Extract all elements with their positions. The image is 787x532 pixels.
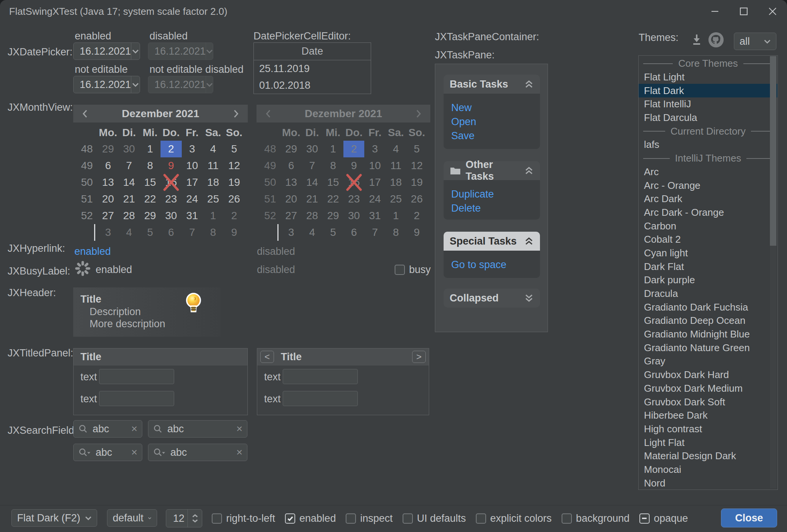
task-link[interactable]: Save	[451, 130, 532, 144]
theme-list-item[interactable]: lafs	[639, 138, 778, 152]
day-cell[interactable]: 24	[182, 191, 203, 207]
datepicker-dropdown-button[interactable]	[131, 76, 140, 93]
day-cell[interactable]: 5	[140, 224, 161, 241]
theme-list-item[interactable]: Nord	[639, 476, 778, 490]
search-field-with-menu[interactable]: abc ×	[148, 444, 247, 461]
prev-month-button[interactable]	[79, 107, 91, 120]
spinner-buttons[interactable]	[187, 510, 202, 527]
day-cell[interactable]: 5	[224, 141, 244, 157]
day-cell[interactable]: 20	[98, 191, 118, 207]
theme-list-item[interactable]: Arc - Orange	[639, 179, 778, 192]
taskpane-title[interactable]: Special Tasks	[444, 232, 540, 251]
theme-list-item[interactable]: Gradianto Nature Green	[639, 341, 778, 355]
theme-list-item[interactable]: Flat IntelliJ	[639, 97, 778, 111]
theme-list-item[interactable]: Flat Dark	[639, 84, 778, 97]
table-column-header[interactable]: Date	[254, 43, 371, 60]
day-cell[interactable]: 28	[118, 207, 139, 224]
theme-list-item[interactable]: Hiberbee Dark	[639, 409, 778, 422]
download-themes-button[interactable]	[689, 32, 704, 47]
font-size-spinner[interactable]: 12	[166, 509, 202, 527]
day-cell[interactable]: 16	[161, 174, 181, 191]
day-cell[interactable]: 17	[182, 174, 203, 191]
day-cell[interactable]: 4	[118, 224, 139, 241]
checkbox-right-to-left[interactable]: right-to-left	[212, 513, 275, 524]
search-value[interactable]: abc	[167, 423, 236, 435]
text-input[interactable]	[99, 391, 174, 406]
taskpane-title[interactable]: Other Tasks	[444, 161, 540, 180]
day-cell[interactable]: 2	[161, 141, 181, 157]
close-window-button[interactable]	[758, 0, 787, 23]
github-button[interactable]	[707, 31, 725, 49]
day-cell[interactable]: 21	[118, 191, 139, 207]
day-cell[interactable]: 1	[203, 207, 224, 224]
day-cell[interactable]: 12	[224, 157, 244, 174]
text-input[interactable]	[99, 369, 174, 384]
busy-checkbox[interactable]: busy	[395, 264, 431, 276]
day-cell[interactable]: 2	[224, 207, 244, 224]
theme-list-item[interactable]: Carbon	[639, 219, 778, 233]
datepicker-value[interactable]: 16.12.2021	[74, 46, 131, 57]
day-cell[interactable]: 9	[224, 224, 244, 241]
day-cell[interactable]: 3	[98, 224, 118, 241]
datepicker-enabled[interactable]: 16.12.2021	[73, 42, 140, 60]
theme-list-item[interactable]: Arc Dark - Orange	[639, 206, 778, 220]
clear-search-icon[interactable]: ×	[131, 423, 137, 435]
day-cell[interactable]: 30	[118, 141, 139, 157]
day-cell[interactable]: 22	[140, 191, 161, 207]
close-button[interactable]: Close	[721, 508, 777, 527]
table-row[interactable]: 25.11.2019	[254, 60, 371, 77]
theme-list-item[interactable]: Material Design Dark	[639, 449, 778, 463]
day-cell[interactable]: 14	[118, 174, 139, 191]
checkbox-opaque[interactable]: opaque	[639, 513, 688, 524]
day-cell[interactable]: 30	[161, 207, 181, 224]
datepicker-not-editable[interactable]: 16.12.2021	[73, 76, 140, 93]
theme-list-item[interactable]: Dracula	[639, 287, 778, 301]
search-field-with-menu[interactable]: abc ×	[73, 444, 142, 461]
task-link[interactable]: Open	[451, 116, 532, 130]
laf-combo[interactable]: Flat Dark (F2)	[11, 509, 97, 527]
theme-list-item[interactable]: Gruvbox Dark Medium	[639, 382, 778, 395]
search-value[interactable]: abc	[93, 423, 131, 435]
day-cell[interactable]: 6	[161, 224, 181, 241]
day-cell[interactable]: 29	[98, 141, 118, 157]
day-cell[interactable]: 4	[203, 141, 224, 157]
options-combo[interactable]: default	[107, 509, 157, 527]
day-cell[interactable]: 10	[182, 157, 203, 174]
task-link[interactable]: Delete	[451, 202, 532, 217]
theme-list-item[interactable]: Gradianto Dark Fuchsia	[639, 300, 778, 314]
checkbox-background[interactable]: background	[562, 513, 630, 524]
checkbox-enabled[interactable]: enabled	[285, 513, 336, 524]
theme-list-item[interactable]: Gradianto Deep Ocean	[639, 314, 778, 328]
search-field[interactable]: abc ×	[148, 420, 247, 438]
clear-search-icon[interactable]: ×	[131, 446, 137, 458]
hyperlink-enabled[interactable]: enabled	[74, 246, 111, 257]
title-right-arrow-button[interactable]: >	[412, 351, 426, 363]
next-month-button[interactable]	[230, 107, 242, 120]
day-cell[interactable]: 1	[140, 141, 161, 157]
checkbox-explicit-colors[interactable]: explicit colors	[476, 513, 552, 524]
checkbox-ui-defaults[interactable]: UI defaults	[403, 513, 466, 524]
text-input[interactable]	[283, 369, 358, 384]
theme-list-item[interactable]: Cobalt 2	[639, 233, 778, 246]
clear-search-icon[interactable]: ×	[236, 423, 242, 435]
datepicker-dropdown-button[interactable]	[131, 43, 140, 60]
day-cell[interactable]: 19	[224, 174, 244, 191]
theme-list-item[interactable]: Gruvbox Dark Hard	[639, 368, 778, 382]
day-cell[interactable]: 6	[98, 157, 118, 174]
day-cell[interactable]: 27	[98, 207, 118, 224]
day-cell[interactable]: 25	[203, 191, 224, 207]
spinner-value[interactable]: 12	[166, 513, 187, 524]
day-cell[interactable]: 18	[203, 174, 224, 191]
theme-list-item[interactable]: Flat Darcula	[639, 111, 778, 125]
theme-list-item[interactable]: Monocai	[639, 463, 778, 477]
theme-list-item[interactable]: Dark purple	[639, 273, 778, 287]
theme-list-item[interactable]: Light Flat	[639, 436, 778, 449]
scrollbar-track[interactable]	[770, 56, 776, 488]
day-cell[interactable]: 7	[118, 157, 139, 174]
text-input[interactable]	[283, 391, 358, 406]
taskpane-title[interactable]: Basic Tasks	[444, 75, 540, 94]
day-cell[interactable]: 8	[140, 157, 161, 174]
day-cell[interactable]: 26	[224, 191, 244, 207]
minimize-button[interactable]	[700, 0, 729, 23]
maximize-button[interactable]	[729, 0, 758, 23]
